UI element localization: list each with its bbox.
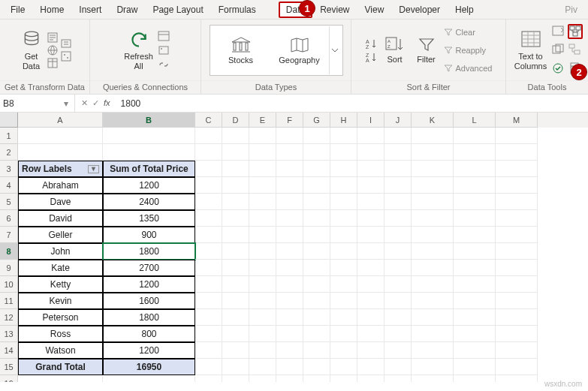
tab-review[interactable]: Review [312, 2, 357, 18]
cell-E9[interactable] [249, 260, 276, 276]
formula-input[interactable]: 1800 [116, 98, 588, 109]
enter-icon[interactable]: ✓ [92, 98, 99, 108]
cell-D15[interactable] [222, 359, 249, 375]
cell-L6[interactable] [454, 210, 496, 227]
cell-H14[interactable] [330, 342, 357, 359]
cell-C6[interactable] [195, 210, 222, 227]
col-header-G[interactable]: G [303, 113, 330, 128]
cell-G9[interactable] [303, 260, 330, 276]
cell-L2[interactable] [454, 144, 496, 161]
tab-draw[interactable]: Draw [109, 2, 145, 18]
cell-A15[interactable]: Grand Total [18, 359, 103, 375]
col-header-H[interactable]: H [330, 113, 357, 128]
cell-H10[interactable] [330, 276, 357, 293]
cell-K6[interactable] [412, 210, 454, 227]
cell-A8[interactable]: John [18, 243, 103, 260]
cell-A12[interactable]: Peterson [18, 309, 103, 326]
cell-M2[interactable] [496, 144, 538, 161]
cell-G6[interactable] [303, 210, 330, 227]
cell-L3[interactable] [454, 161, 496, 177]
cell-F8[interactable] [276, 243, 303, 260]
cell-H2[interactable] [330, 144, 357, 161]
stocks-button[interactable]: Stocks [212, 26, 270, 74]
cell-F16[interactable] [276, 375, 303, 382]
cell-E15[interactable] [249, 359, 276, 375]
row-header-16[interactable]: 16 [0, 375, 18, 382]
cell-C12[interactable] [195, 309, 222, 326]
cell-B9[interactable]: 2700 [103, 260, 195, 276]
name-box[interactable]: B8 ▾ [0, 95, 75, 112]
cell-G1[interactable] [303, 128, 330, 144]
col-header-C[interactable]: C [195, 113, 222, 128]
cell-C3[interactable] [195, 161, 222, 177]
cell-A10[interactable]: Ketty [18, 276, 103, 293]
cell-L4[interactable] [454, 177, 496, 194]
cell-K2[interactable] [412, 144, 454, 161]
cell-J8[interactable] [384, 243, 412, 260]
cell-G13[interactable] [303, 326, 330, 342]
cell-M14[interactable] [496, 342, 538, 359]
flash-fill-icon[interactable] [551, 24, 566, 39]
cell-L11[interactable] [454, 293, 496, 309]
from-text-icon[interactable] [47, 32, 59, 44]
col-header-K[interactable]: K [412, 113, 454, 128]
cell-B15[interactable]: 16950 [103, 359, 195, 375]
cell-A13[interactable]: Ross [18, 326, 103, 342]
text-to-columns-button[interactable]: Text to Columns [511, 28, 550, 71]
cell-K13[interactable] [412, 326, 454, 342]
cell-H4[interactable] [330, 177, 357, 194]
cell-K4[interactable] [412, 177, 454, 194]
cell-I14[interactable] [357, 342, 384, 359]
cell-L13[interactable] [454, 326, 496, 342]
cell-L10[interactable] [454, 276, 496, 293]
row-header-12[interactable]: 12 [0, 309, 18, 326]
cell-M11[interactable] [496, 293, 538, 309]
row-header-2[interactable]: 2 [0, 144, 18, 161]
cell-J3[interactable] [384, 161, 412, 177]
cell-F14[interactable] [276, 342, 303, 359]
row-header-5[interactable]: 5 [0, 194, 18, 210]
cell-J15[interactable] [384, 359, 412, 375]
cell-J13[interactable] [384, 326, 412, 342]
cell-F12[interactable] [276, 309, 303, 326]
cell-D12[interactable] [222, 309, 249, 326]
cell-A2[interactable] [18, 144, 103, 161]
cell-D13[interactable] [222, 326, 249, 342]
cell-A4[interactable]: Abraham [18, 177, 103, 194]
cell-C14[interactable] [195, 342, 222, 359]
cell-J14[interactable] [384, 342, 412, 359]
cell-M3[interactable] [496, 161, 538, 177]
cell-K3[interactable] [412, 161, 454, 177]
cell-D11[interactable] [222, 293, 249, 309]
cell-C2[interactable] [195, 144, 222, 161]
cell-H7[interactable] [330, 227, 357, 243]
cell-H8[interactable] [330, 243, 357, 260]
cell-L15[interactable] [454, 359, 496, 375]
cell-I4[interactable] [357, 177, 384, 194]
cell-B10[interactable]: 1200 [103, 276, 195, 293]
cell-E3[interactable] [249, 161, 276, 177]
cell-J9[interactable] [384, 260, 412, 276]
cell-G2[interactable] [303, 144, 330, 161]
cell-J10[interactable] [384, 276, 412, 293]
cell-E5[interactable] [249, 194, 276, 210]
cell-M5[interactable] [496, 194, 538, 210]
cell-G16[interactable] [303, 375, 330, 382]
col-header-F[interactable]: F [276, 113, 303, 128]
col-header-E[interactable]: E [249, 113, 276, 128]
cell-A5[interactable]: Dave [18, 194, 103, 210]
cell-A3[interactable]: Row Labels▼ [18, 161, 103, 177]
cell-H5[interactable] [330, 194, 357, 210]
get-data-button[interactable]: Get Data [18, 28, 45, 71]
cell-D3[interactable] [222, 161, 249, 177]
cell-C13[interactable] [195, 326, 222, 342]
tab-help[interactable]: Help [448, 2, 481, 18]
cell-H9[interactable] [330, 260, 357, 276]
cell-F11[interactable] [276, 293, 303, 309]
cell-M6[interactable] [496, 210, 538, 227]
cell-H1[interactable] [330, 128, 357, 144]
cell-E10[interactable] [249, 276, 276, 293]
row-header-3[interactable]: 3 [0, 161, 18, 177]
cell-A1[interactable] [18, 128, 103, 144]
cell-E8[interactable] [249, 243, 276, 260]
